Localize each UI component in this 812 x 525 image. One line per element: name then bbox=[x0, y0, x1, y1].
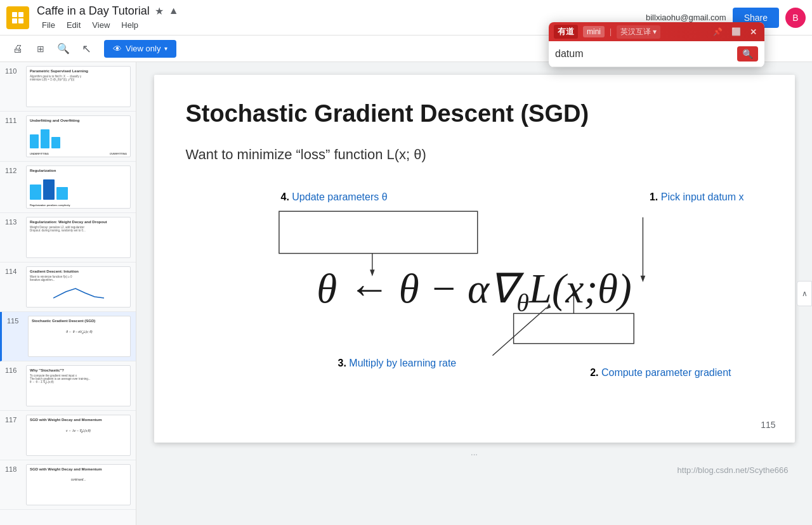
dict-popup: 有道 mini | 英汉互译 ▾ 📌 ⬜ ✕ 🔍 bbox=[549, 22, 764, 67]
svg-rect-7 bbox=[513, 313, 634, 343]
step-4-text: Update parameters θ bbox=[292, 191, 387, 202]
slide-num-114: 114 bbox=[5, 266, 21, 275]
menu-file[interactable]: File bbox=[37, 19, 60, 31]
slide-thumb-112: Regularization Regularization penalizes … bbox=[26, 165, 131, 209]
cursor-button[interactable]: ↖ bbox=[76, 39, 96, 59]
right-toggle-button[interactable]: ∧ bbox=[797, 281, 812, 306]
svg-rect-4 bbox=[278, 211, 477, 253]
annotation-3: 3. Multiply by learning rate bbox=[338, 358, 457, 369]
slide-num-115: 115 bbox=[7, 316, 23, 325]
slide-container: Stochastic Gradient Descent (SGD) Want t… bbox=[154, 75, 795, 443]
dict-logo: 有道 bbox=[554, 25, 578, 39]
chevron-up-icon: ∧ bbox=[802, 289, 808, 298]
step-1-text: Pick input datum x bbox=[661, 191, 744, 202]
svg-rect-3 bbox=[18, 18, 23, 23]
step-1-num: 1. bbox=[650, 191, 658, 202]
avatar[interactable]: B bbox=[785, 8, 806, 28]
step-2-text: Compute parameter gradient bbox=[601, 367, 731, 378]
doc-title: Caffe in a Day Tutorial ★ ▲ bbox=[37, 4, 646, 18]
formula-area: 4. Update parameters θ 1. Pick input dat… bbox=[186, 188, 763, 379]
slide-thumb-113: Regularization: Weight Decay and Dropout… bbox=[26, 217, 131, 258]
slide-thumb-110: Parametric Supervised Learning Algorithm… bbox=[26, 66, 131, 107]
slide-thumb-114: Gradient Descent: Intuition Want to mini… bbox=[26, 266, 131, 308]
sidebar-item-115[interactable]: 115 Stochastic Gradient Descent (SGD) θ … bbox=[0, 312, 136, 361]
thumbnail-button[interactable]: ⊞ bbox=[30, 39, 51, 59]
step-2-num: 2. bbox=[590, 367, 598, 378]
svg-rect-1 bbox=[18, 12, 23, 17]
slide-thumb-111: Underfitting and Overfitting UNDERFITTIN… bbox=[26, 115, 131, 157]
main-formula: θ ← θ − α∇θL(x;θ) bbox=[317, 264, 631, 318]
sidebar-item-112[interactable]: 112 Regularization Regularization penali… bbox=[0, 162, 136, 213]
annotation-1: 1. Pick input datum x bbox=[650, 191, 744, 203]
menu-help[interactable]: Help bbox=[116, 19, 143, 31]
view-only-chevron: ▾ bbox=[164, 45, 167, 52]
slide-subtitle: Want to minimize “loss” function L(x; θ) bbox=[186, 146, 763, 163]
slide-panel: Stochastic Gradient Descent (SGD) Want t… bbox=[136, 62, 812, 525]
slide-num-111: 111 bbox=[5, 115, 21, 124]
view-only-label: View only bbox=[126, 44, 160, 53]
search-icon: 🔍 bbox=[742, 49, 753, 59]
menu-edit[interactable]: Edit bbox=[62, 19, 86, 31]
sidebar-item-118[interactable]: 118 SGD with Weight Decay and Momentum c… bbox=[0, 460, 136, 510]
grid-icon: ⊞ bbox=[37, 44, 44, 54]
print-button[interactable]: 🖨 bbox=[8, 39, 28, 59]
cursor-icon: ↖ bbox=[82, 42, 91, 56]
dict-expand-button[interactable]: ⬜ bbox=[729, 26, 743, 37]
sidebar-item-116[interactable]: 116 Why "Stochastic"? To compute the gra… bbox=[0, 361, 136, 411]
step-3-num: 3. bbox=[338, 358, 346, 368]
dict-search-input[interactable] bbox=[555, 48, 737, 60]
view-only-button[interactable]: 👁 View only ▾ bbox=[104, 40, 176, 58]
slide-num-117: 117 bbox=[5, 415, 21, 424]
user-email: billxiaohu@gmail.com bbox=[646, 13, 726, 22]
dict-tab-lang[interactable]: 英汉互译 ▾ bbox=[617, 25, 660, 39]
dict-tabs: 有道 mini | 英汉互译 ▾ 📌 ⬜ ✕ bbox=[549, 22, 764, 41]
dict-tab-mini[interactable]: mini bbox=[583, 26, 605, 37]
step-4-num: 4. bbox=[281, 191, 289, 202]
svg-marker-11 bbox=[640, 276, 645, 282]
sidebar: 110 Parametric Supervised Learning Algor… bbox=[0, 62, 136, 525]
dict-search-bar: 🔍 bbox=[549, 41, 764, 67]
slide-thumb-116: Why "Stochastic"? To compute the gradien… bbox=[26, 365, 131, 406]
doc-title-text: Caffe in a Day Tutorial bbox=[37, 4, 150, 18]
slide-page-num: 115 bbox=[761, 420, 775, 430]
dict-search-button[interactable]: 🔍 bbox=[737, 46, 758, 62]
main-area: 110 Parametric Supervised Learning Algor… bbox=[0, 62, 812, 525]
eye-icon: 👁 bbox=[113, 44, 122, 54]
slide-footer-link: http://blog.csdn.net/Scythe666 bbox=[154, 462, 795, 475]
slide-num-116: 116 bbox=[5, 365, 21, 374]
zoom-icon: 🔍 bbox=[57, 42, 70, 55]
dict-tab-divider: | bbox=[610, 27, 612, 36]
zoom-button[interactable]: 🔍 bbox=[53, 39, 74, 59]
slide-num-112: 112 bbox=[5, 165, 21, 174]
svg-rect-0 bbox=[12, 12, 17, 17]
app-icon[interactable] bbox=[6, 6, 29, 29]
dict-lang-chevron: ▾ bbox=[653, 27, 657, 36]
slide-thumb-115: Stochastic Gradient Descent (SGD) θ ← θ … bbox=[28, 316, 131, 357]
drive-icon[interactable]: ▲ bbox=[169, 5, 179, 16]
slide-num-110: 110 bbox=[5, 66, 21, 75]
dict-close-button[interactable]: ✕ bbox=[747, 26, 759, 38]
svg-rect-2 bbox=[12, 18, 17, 23]
footer-url: http://blog.csdn.net/Scythe666 bbox=[678, 465, 789, 475]
slide-num-113: 113 bbox=[5, 217, 21, 226]
sidebar-item-111[interactable]: 111 Underfitting and Overfitting UNDERFI… bbox=[0, 112, 136, 162]
slide-thumb-117: SGD with Weight Decay and Momentum v ← λ… bbox=[26, 415, 131, 456]
slide-thumb-118: SGD with Weight Decay and Momentum conti… bbox=[26, 464, 131, 505]
slide-title: Stochastic Gradient Descent (SGD) bbox=[186, 100, 763, 127]
star-icon[interactable]: ★ bbox=[155, 5, 164, 17]
dict-pin-button[interactable]: 📌 bbox=[710, 26, 725, 37]
slide-num-118: 118 bbox=[5, 464, 21, 473]
step-3-text: Multiply by learning rate bbox=[349, 358, 456, 368]
dots-text: ... bbox=[471, 448, 478, 457]
slide-bottom-dots: ... bbox=[154, 443, 795, 462]
sidebar-item-114[interactable]: 114 Gradient Descent: Intuition Want to … bbox=[0, 262, 136, 312]
menu-view[interactable]: View bbox=[87, 19, 115, 31]
annotation-2: 2. Compute parameter gradient bbox=[590, 367, 731, 379]
dict-actions: 📌 ⬜ ✕ bbox=[710, 26, 759, 38]
dict-lang-label: 英汉互译 bbox=[620, 27, 651, 36]
annotation-4: 4. Update parameters θ bbox=[281, 191, 388, 203]
sidebar-item-110[interactable]: 110 Parametric Supervised Learning Algor… bbox=[0, 62, 136, 112]
print-icon: 🖨 bbox=[13, 43, 23, 55]
sidebar-item-117[interactable]: 117 SGD with Weight Decay and Momentum v… bbox=[0, 411, 136, 460]
sidebar-item-113[interactable]: 113 Regularization: Weight Decay and Dro… bbox=[0, 213, 136, 262]
